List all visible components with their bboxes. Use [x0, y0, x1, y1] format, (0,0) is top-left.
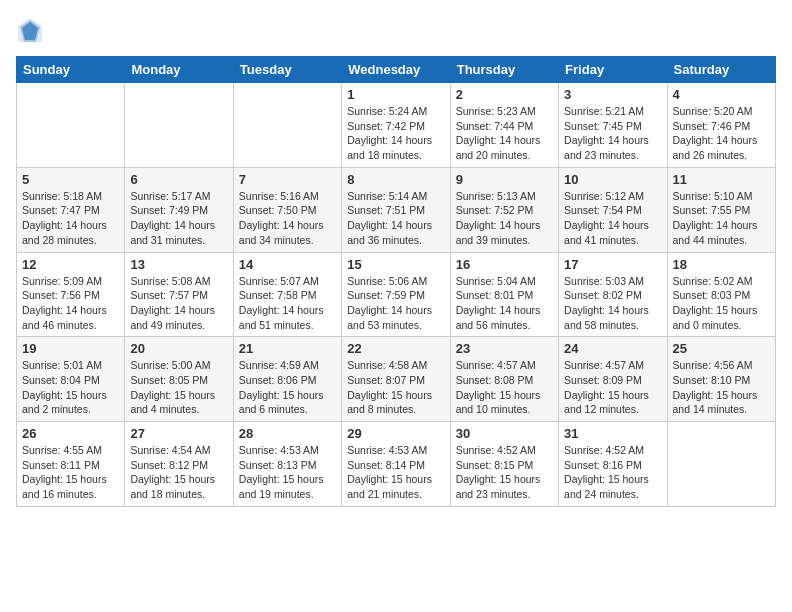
- calendar-cell: 29Sunrise: 4:53 AM Sunset: 8:14 PM Dayli…: [342, 422, 450, 507]
- calendar-cell: 20Sunrise: 5:00 AM Sunset: 8:05 PM Dayli…: [125, 337, 233, 422]
- day-info: Sunrise: 4:52 AM Sunset: 8:16 PM Dayligh…: [564, 443, 661, 502]
- day-info: Sunrise: 4:54 AM Sunset: 8:12 PM Dayligh…: [130, 443, 227, 502]
- day-number: 4: [673, 87, 770, 102]
- calendar-cell: 24Sunrise: 4:57 AM Sunset: 8:09 PM Dayli…: [559, 337, 667, 422]
- calendar-cell: 7Sunrise: 5:16 AM Sunset: 7:50 PM Daylig…: [233, 167, 341, 252]
- calendar-cell: [667, 422, 775, 507]
- calendar-cell: 12Sunrise: 5:09 AM Sunset: 7:56 PM Dayli…: [17, 252, 125, 337]
- calendar-week-5: 26Sunrise: 4:55 AM Sunset: 8:11 PM Dayli…: [17, 422, 776, 507]
- day-number: 15: [347, 257, 444, 272]
- calendar-cell: 30Sunrise: 4:52 AM Sunset: 8:15 PM Dayli…: [450, 422, 558, 507]
- day-info: Sunrise: 5:24 AM Sunset: 7:42 PM Dayligh…: [347, 104, 444, 163]
- day-number: 19: [22, 341, 119, 356]
- logo-icon: [16, 16, 44, 44]
- day-info: Sunrise: 4:55 AM Sunset: 8:11 PM Dayligh…: [22, 443, 119, 502]
- day-info: Sunrise: 5:03 AM Sunset: 8:02 PM Dayligh…: [564, 274, 661, 333]
- calendar-cell: 28Sunrise: 4:53 AM Sunset: 8:13 PM Dayli…: [233, 422, 341, 507]
- day-info: Sunrise: 5:12 AM Sunset: 7:54 PM Dayligh…: [564, 189, 661, 248]
- calendar-table: SundayMondayTuesdayWednesdayThursdayFrid…: [16, 56, 776, 507]
- day-number: 16: [456, 257, 553, 272]
- logo: [16, 16, 48, 44]
- calendar-cell: 1Sunrise: 5:24 AM Sunset: 7:42 PM Daylig…: [342, 83, 450, 168]
- day-info: Sunrise: 4:58 AM Sunset: 8:07 PM Dayligh…: [347, 358, 444, 417]
- day-info: Sunrise: 5:18 AM Sunset: 7:47 PM Dayligh…: [22, 189, 119, 248]
- day-number: 25: [673, 341, 770, 356]
- calendar-cell: 16Sunrise: 5:04 AM Sunset: 8:01 PM Dayli…: [450, 252, 558, 337]
- day-info: Sunrise: 5:17 AM Sunset: 7:49 PM Dayligh…: [130, 189, 227, 248]
- day-number: 7: [239, 172, 336, 187]
- calendar-cell: 27Sunrise: 4:54 AM Sunset: 8:12 PM Dayli…: [125, 422, 233, 507]
- day-number: 12: [22, 257, 119, 272]
- calendar-cell: 17Sunrise: 5:03 AM Sunset: 8:02 PM Dayli…: [559, 252, 667, 337]
- calendar-week-1: 1Sunrise: 5:24 AM Sunset: 7:42 PM Daylig…: [17, 83, 776, 168]
- calendar-cell: 2Sunrise: 5:23 AM Sunset: 7:44 PM Daylig…: [450, 83, 558, 168]
- day-number: 17: [564, 257, 661, 272]
- day-number: 21: [239, 341, 336, 356]
- page-header: [16, 16, 776, 44]
- calendar-cell: 11Sunrise: 5:10 AM Sunset: 7:55 PM Dayli…: [667, 167, 775, 252]
- day-number: 23: [456, 341, 553, 356]
- calendar-cell: 13Sunrise: 5:08 AM Sunset: 7:57 PM Dayli…: [125, 252, 233, 337]
- day-info: Sunrise: 5:08 AM Sunset: 7:57 PM Dayligh…: [130, 274, 227, 333]
- day-info: Sunrise: 5:06 AM Sunset: 7:59 PM Dayligh…: [347, 274, 444, 333]
- day-number: 18: [673, 257, 770, 272]
- day-info: Sunrise: 5:21 AM Sunset: 7:45 PM Dayligh…: [564, 104, 661, 163]
- calendar-cell: 10Sunrise: 5:12 AM Sunset: 7:54 PM Dayli…: [559, 167, 667, 252]
- calendar-cell: [125, 83, 233, 168]
- calendar-week-4: 19Sunrise: 5:01 AM Sunset: 8:04 PM Dayli…: [17, 337, 776, 422]
- weekday-header-saturday: Saturday: [667, 57, 775, 83]
- day-info: Sunrise: 5:09 AM Sunset: 7:56 PM Dayligh…: [22, 274, 119, 333]
- day-number: 28: [239, 426, 336, 441]
- weekday-header-friday: Friday: [559, 57, 667, 83]
- day-info: Sunrise: 4:53 AM Sunset: 8:13 PM Dayligh…: [239, 443, 336, 502]
- day-number: 27: [130, 426, 227, 441]
- day-number: 13: [130, 257, 227, 272]
- weekday-header-tuesday: Tuesday: [233, 57, 341, 83]
- weekday-header-sunday: Sunday: [17, 57, 125, 83]
- day-number: 26: [22, 426, 119, 441]
- day-info: Sunrise: 4:53 AM Sunset: 8:14 PM Dayligh…: [347, 443, 444, 502]
- day-info: Sunrise: 4:57 AM Sunset: 8:09 PM Dayligh…: [564, 358, 661, 417]
- day-info: Sunrise: 5:07 AM Sunset: 7:58 PM Dayligh…: [239, 274, 336, 333]
- weekday-header-thursday: Thursday: [450, 57, 558, 83]
- calendar-cell: [233, 83, 341, 168]
- day-number: 6: [130, 172, 227, 187]
- day-number: 29: [347, 426, 444, 441]
- calendar-cell: 5Sunrise: 5:18 AM Sunset: 7:47 PM Daylig…: [17, 167, 125, 252]
- day-number: 3: [564, 87, 661, 102]
- day-info: Sunrise: 5:04 AM Sunset: 8:01 PM Dayligh…: [456, 274, 553, 333]
- calendar-cell: 18Sunrise: 5:02 AM Sunset: 8:03 PM Dayli…: [667, 252, 775, 337]
- calendar-cell: 3Sunrise: 5:21 AM Sunset: 7:45 PM Daylig…: [559, 83, 667, 168]
- day-number: 8: [347, 172, 444, 187]
- calendar-week-3: 12Sunrise: 5:09 AM Sunset: 7:56 PM Dayli…: [17, 252, 776, 337]
- calendar-cell: 26Sunrise: 4:55 AM Sunset: 8:11 PM Dayli…: [17, 422, 125, 507]
- day-info: Sunrise: 4:56 AM Sunset: 8:10 PM Dayligh…: [673, 358, 770, 417]
- day-number: 20: [130, 341, 227, 356]
- day-number: 22: [347, 341, 444, 356]
- day-number: 31: [564, 426, 661, 441]
- calendar-cell: 6Sunrise: 5:17 AM Sunset: 7:49 PM Daylig…: [125, 167, 233, 252]
- day-info: Sunrise: 4:59 AM Sunset: 8:06 PM Dayligh…: [239, 358, 336, 417]
- calendar-cell: 8Sunrise: 5:14 AM Sunset: 7:51 PM Daylig…: [342, 167, 450, 252]
- day-info: Sunrise: 5:00 AM Sunset: 8:05 PM Dayligh…: [130, 358, 227, 417]
- calendar-cell: 31Sunrise: 4:52 AM Sunset: 8:16 PM Dayli…: [559, 422, 667, 507]
- calendar-cell: 14Sunrise: 5:07 AM Sunset: 7:58 PM Dayli…: [233, 252, 341, 337]
- day-number: 2: [456, 87, 553, 102]
- day-number: 24: [564, 341, 661, 356]
- calendar-cell: [17, 83, 125, 168]
- calendar-cell: 21Sunrise: 4:59 AM Sunset: 8:06 PM Dayli…: [233, 337, 341, 422]
- day-number: 11: [673, 172, 770, 187]
- calendar-cell: 25Sunrise: 4:56 AM Sunset: 8:10 PM Dayli…: [667, 337, 775, 422]
- weekday-header-wednesday: Wednesday: [342, 57, 450, 83]
- day-number: 14: [239, 257, 336, 272]
- calendar-cell: 9Sunrise: 5:13 AM Sunset: 7:52 PM Daylig…: [450, 167, 558, 252]
- day-number: 1: [347, 87, 444, 102]
- day-number: 9: [456, 172, 553, 187]
- day-info: Sunrise: 5:23 AM Sunset: 7:44 PM Dayligh…: [456, 104, 553, 163]
- calendar-cell: 23Sunrise: 4:57 AM Sunset: 8:08 PM Dayli…: [450, 337, 558, 422]
- day-info: Sunrise: 4:57 AM Sunset: 8:08 PM Dayligh…: [456, 358, 553, 417]
- calendar-week-2: 5Sunrise: 5:18 AM Sunset: 7:47 PM Daylig…: [17, 167, 776, 252]
- day-info: Sunrise: 5:13 AM Sunset: 7:52 PM Dayligh…: [456, 189, 553, 248]
- day-number: 30: [456, 426, 553, 441]
- day-number: 5: [22, 172, 119, 187]
